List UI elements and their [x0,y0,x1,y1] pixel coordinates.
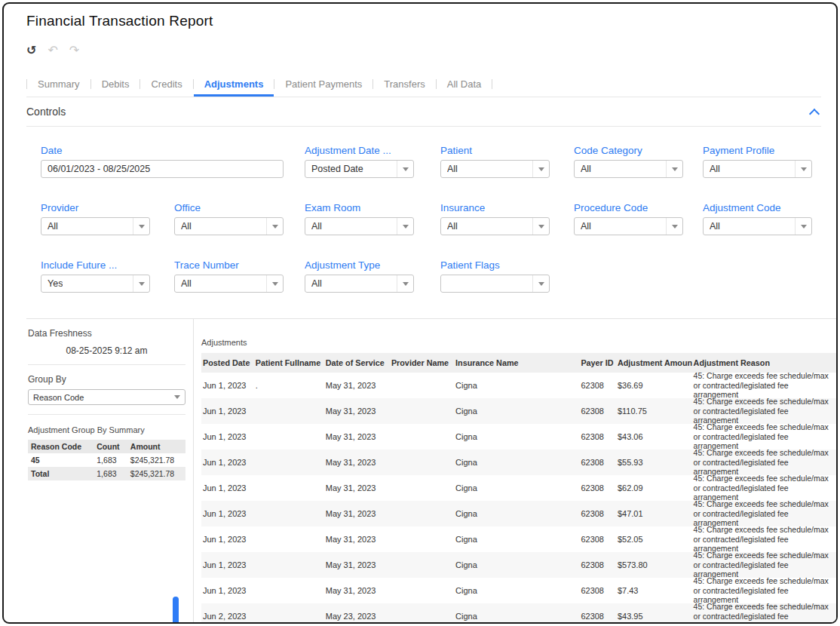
date-range-input[interactable] [41,160,284,178]
redo-icon[interactable]: ↷ [69,44,79,57]
cell-adjustment-amount: $62.09 [616,483,692,493]
select-value: All [710,164,720,174]
filter-include-future: Include Future ... Yes [41,259,174,293]
table-row[interactable]: Jun 2, 2023 May 23, 2023 Cigna 62308 $43… [201,603,836,622]
trace-number-select[interactable]: All [174,275,284,293]
patient-flags-select[interactable] [440,275,550,293]
provider-select[interactable]: All [41,217,150,235]
cell-payer-id: 62308 [579,612,616,621]
tab-patient-payments[interactable]: Patient Payments [274,72,372,97]
cell-adjustment-reason: 45: Charge exceeds fee schedule/max or c… [692,474,836,502]
column-header-date-of-service[interactable]: Date of Service [324,358,390,367]
column-header-insurance-name[interactable]: Insurance Name [454,358,579,367]
divider [28,364,185,365]
data-freshness-value: 08-25-2025 9:12 am [28,345,185,356]
tab-label: Debits [102,78,130,90]
tab-summary[interactable]: Summary [27,72,90,97]
undo-icon[interactable]: ↶ [48,44,57,57]
cell-date-of-service: May 31, 2023 [324,432,390,441]
cell-insurance-name: Cigna [454,381,579,390]
cell-date-of-service: May 31, 2023 [324,586,390,595]
select-value: All [581,221,591,232]
select-value: Reason Code [33,393,84,402]
summary-col-count: Count [94,440,127,453]
chevron-down-icon [666,161,682,177]
column-header-patient-fullname[interactable]: Patient Fullname [254,358,324,367]
filter-patient: Patient All [440,144,574,178]
chevron-down-icon [397,218,413,235]
tab-label: Patient Payments [285,78,362,90]
table-row[interactable]: Jun 1, 2023 May 31, 2023 Cigna 62308 $57… [201,552,836,578]
table-row[interactable]: Jun 1, 2023 May 31, 2023 Cigna 62308 $47… [201,501,836,526]
exam-room-select[interactable]: All [305,217,414,235]
table-title: Adjustments [201,338,836,347]
filter-payment-profile-label: Payment Profile [703,144,823,157]
payment-profile-select[interactable]: All [703,160,812,178]
tab-credits[interactable]: Credits [140,72,192,97]
column-header-payer-id[interactable]: Payer ID [579,358,616,367]
table-row[interactable]: Jun 1, 2023 . May 31, 2023 Cigna 62308 $… [201,373,836,398]
cell-adjustment-amount: $52.05 [616,535,692,544]
summary-total-amount: $245,321.78 [127,467,185,480]
code-category-select[interactable]: All [574,160,683,178]
cell-insurance-name: Cigna [454,509,579,518]
scrollbar-thumb[interactable] [173,597,179,624]
collapse-chevron-icon[interactable] [809,108,820,118]
chevron-down-icon [133,218,149,235]
adjustment-type-select[interactable]: All [305,275,414,293]
filter-provider: Provider All [41,201,174,235]
patient-select[interactable]: All [440,160,550,178]
filter-office: Office All [174,201,305,235]
summary-amount: $245,321.78 [127,453,185,467]
table-row[interactable]: Jun 1, 2023 May 31, 2023 Cigna 62308 $52… [201,526,836,552]
cell-date-of-service: May 23, 2023 [324,612,390,621]
cell-posted-date: Jun 1, 2023 [201,432,254,441]
summary-count: 1,683 [94,453,127,467]
cell-adjustment-amount: $43.95 [616,612,692,621]
chevron-down-icon [795,161,811,177]
procedure-code-select[interactable]: All [574,217,683,235]
column-header-adjustment-reason[interactable]: Adjustment Reason [692,358,836,367]
group-by-select[interactable]: Reason Code [28,389,185,405]
cell-payer-id: 62308 [579,432,616,441]
column-header-provider-name[interactable]: Provider Name [390,358,454,367]
data-freshness-label: Data Freshness [28,328,185,339]
cell-posted-date: Jun 1, 2023 [201,381,254,390]
filter-patient-flags: Patient Flags [440,259,574,293]
adjustment-date-type-select[interactable]: Posted Date [305,160,414,178]
include-future-select[interactable]: Yes [41,275,150,293]
cell-date-of-service: May 31, 2023 [324,458,390,467]
table-row[interactable]: Jun 1, 2023 May 31, 2023 Cigna 62308 $7.… [201,578,836,603]
select-value: Yes [48,278,63,289]
chevron-down-icon [266,275,283,292]
cell-date-of-service: May 31, 2023 [324,560,390,569]
cell-date-of-service: May 31, 2023 [324,381,390,390]
filter-office-label: Office [174,201,305,214]
column-header-adjustment-amount[interactable]: Adjustment Amount [616,358,692,367]
tab-adjustments[interactable]: Adjustments [194,72,274,97]
table-row[interactable]: Jun 1, 2023 May 31, 2023 Cigna 62308 $11… [201,398,836,424]
filter-insurance-label: Insurance [440,201,574,214]
cell-adjustment-reason: 45: Charge exceeds fee schedule/max or c… [692,551,836,579]
filter-adjustment-date-type-label: Adjustment Date ... [305,144,440,157]
adjustment-code-select[interactable]: All [703,217,812,235]
cell-insurance-name: Cigna [454,458,579,467]
summary-col-amount: Amount [127,440,185,453]
tab-all-data[interactable]: All Data [437,72,492,97]
summary-header-row: Reason Code Count Amount [28,440,185,453]
select-value: All [581,164,591,174]
reset-icon[interactable]: ↺ [26,44,36,57]
cell-date-of-service: May 31, 2023 [324,407,390,416]
table-row[interactable]: Jun 1, 2023 May 31, 2023 Cigna 62308 $62… [201,475,836,501]
filter-adjustment-type-label: Adjustment Type [305,259,440,272]
tab-debits[interactable]: Debits [91,72,140,97]
tab-label: Summary [38,78,80,90]
app-window: Financial Transaction Report ↺ ↶ ↷ Summa… [2,2,838,624]
insurance-select[interactable]: All [440,217,550,235]
table-row[interactable]: Jun 1, 2023 May 31, 2023 Cigna 62308 $43… [201,424,836,450]
cell-adjustment-amount: $47.01 [616,509,692,518]
table-row[interactable]: Jun 1, 2023 May 31, 2023 Cigna 62308 $55… [201,450,836,475]
column-header-posted-date[interactable]: Posted Date [201,358,254,367]
tab-transfers[interactable]: Transfers [373,72,435,97]
office-select[interactable]: All [174,217,284,235]
